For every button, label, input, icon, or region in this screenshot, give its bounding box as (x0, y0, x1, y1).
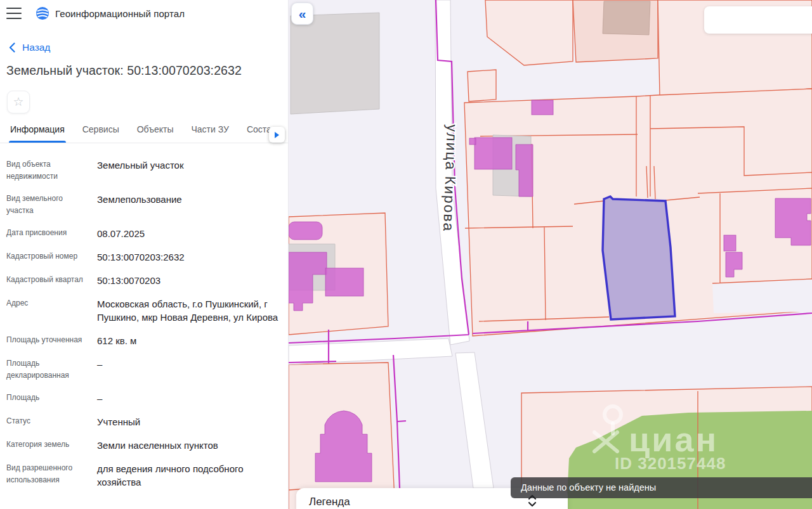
info-row: Площадь уточненная 612 кв. м (6, 334, 280, 347)
info-row-value: – (97, 358, 280, 382)
tab[interactable]: Части ЗУ (191, 124, 228, 143)
info-row: Категория земель Земли населенных пункто… (6, 439, 280, 452)
info-row: Вид объекта недвижимости Земельный участ… (6, 158, 280, 183)
chevron-left-icon (9, 42, 15, 53)
info-row-label: Статус (6, 415, 97, 428)
app-header: Геоинформационный портал (6, 6, 185, 20)
info-row-value: 50:13:0070203 (97, 274, 280, 287)
app-title: Геоинформационный портал (55, 8, 185, 19)
tab[interactable]: Объекты (137, 124, 174, 143)
tabs-scroll-right-button[interactable] (269, 127, 285, 143)
info-row: Площадь декларированная – (6, 358, 280, 382)
menu-icon[interactable] (6, 8, 22, 19)
info-row: Кадастровый номер 50:13:0070203:2632 (6, 250, 280, 264)
info-row-value: 50:13:0070203:2632 (97, 250, 280, 264)
building (291, 13, 379, 114)
selected-parcel-polygon[interactable] (603, 197, 675, 319)
info-row-label: Дата присвоения (6, 227, 97, 240)
svg-text:ID 320157448: ID 320157448 (615, 454, 726, 473)
info-row-label: Адрес (6, 297, 97, 324)
map-search-box[interactable] (704, 6, 812, 34)
info-row: Вид земельного участка Землепользование (6, 193, 280, 217)
info-row-value: Учтенный (97, 415, 280, 428)
tab[interactable]: Информация (10, 124, 65, 143)
toast-notification: Данные по объекту не найдены (511, 477, 812, 498)
info-row: Площадь – (6, 392, 280, 405)
info-row-label: Вид разрешенного использования (6, 462, 97, 489)
info-row-value: – (97, 392, 280, 405)
map-canvas[interactable]: улица Кирова циан ID 320157448 (289, 0, 812, 509)
favorite-star-button[interactable]: ☆ (7, 91, 30, 113)
info-row-label: Площадь декларированная (6, 358, 97, 382)
collapse-panel-button[interactable]: « (291, 3, 313, 25)
info-row-value: 08.07.2025 (97, 227, 280, 240)
info-row-label: Площадь уточненная (6, 334, 97, 347)
info-row-label: Кадастровый номер (6, 250, 97, 264)
app-logo-icon (36, 6, 49, 20)
building (603, 1, 650, 35)
page-title: Земельный участок: 50:13:0070203:2632 (6, 63, 242, 78)
info-row: Дата присвоения 08.07.2025 (6, 227, 280, 240)
info-row-value: Земельный участок (97, 158, 280, 183)
info-row: Вид разрешенного использования для веден… (6, 462, 280, 489)
svg-text:циан: циан (629, 420, 718, 458)
info-row-label: Категория земель (6, 439, 97, 452)
info-row-label: Кадастровый квартал (6, 274, 97, 287)
tab[interactable]: Сервисы (82, 124, 119, 143)
info-row: Кадастровый квартал 50:13:0070203 (6, 274, 280, 287)
tab-bar: Информация Сервисы Объекты Части ЗУ Сост… (0, 124, 289, 143)
back-label: Назад (22, 42, 50, 53)
back-link[interactable]: Назад (9, 42, 50, 53)
info-row-value: Землепользование (97, 193, 280, 217)
triangle-right-icon (275, 132, 279, 138)
info-row-value: 612 кв. м (97, 334, 280, 347)
info-row: Статус Учтенный (6, 415, 280, 428)
info-row-value: Московская область, г.о Пушкинский, г Пу… (97, 297, 280, 324)
info-row-value: для ведения личного подсобного хозяйства (97, 462, 280, 489)
info-row-value: Земли населенных пунктов (97, 439, 280, 452)
info-row: Адрес Московская область, г.о Пушкинский… (6, 297, 280, 324)
object-info-panel: Геоинформационный портал Назад Земельный… (0, 0, 289, 509)
map-container: улица Кирова циан ID 320157448 « Легенда… (289, 0, 812, 509)
info-rows: Вид объекта недвижимости Земельный участ… (6, 158, 280, 499)
info-row-label: Вид объекта недвижимости (6, 158, 97, 183)
info-row-label: Вид земельного участка (6, 193, 97, 217)
info-row-label: Площадь (6, 392, 97, 405)
